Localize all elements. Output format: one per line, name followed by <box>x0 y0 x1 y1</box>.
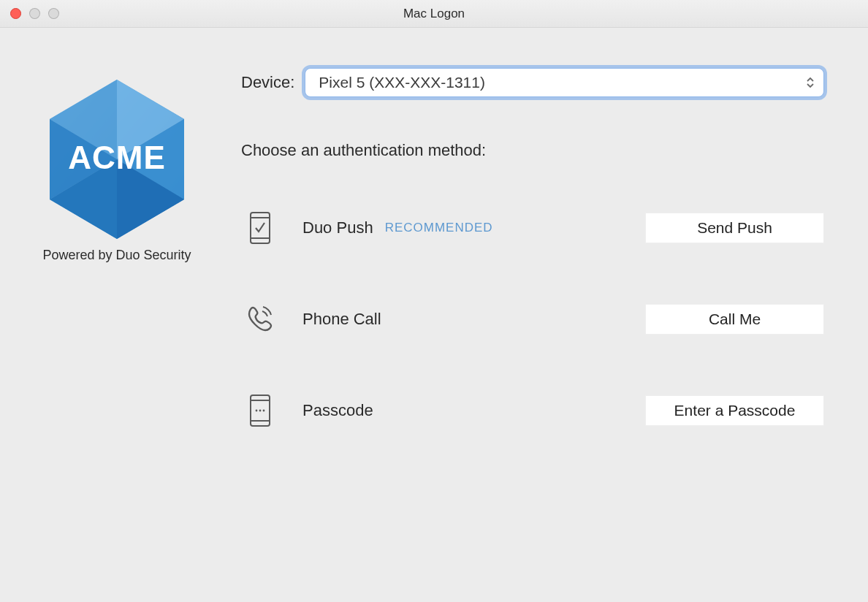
svg-text:ACME: ACME <box>68 140 166 175</box>
brand-column: ACME Powered by Duo Security <box>22 68 212 602</box>
enter-passcode-button[interactable]: Enter a Passcode <box>645 395 824 426</box>
device-label: Device: <box>241 73 294 92</box>
method-passcode-label: Passcode <box>302 401 373 420</box>
method-row-call: Phone Call Call Me <box>241 303 824 335</box>
logo-wrap: ACME Powered by Duo Security <box>42 75 191 263</box>
svg-point-15 <box>259 410 262 412</box>
recommended-badge: RECOMMENDED <box>385 221 493 235</box>
method-row-passcode: Passcode Enter a Passcode <box>241 394 824 427</box>
main-column: Device: Pixel 5 (XXX-XXX-1311) Choose an… <box>212 68 824 602</box>
acme-logo-icon: ACME <box>44 75 190 243</box>
svg-point-16 <box>263 410 265 412</box>
svg-point-14 <box>256 410 258 412</box>
window-title: Mac Logon <box>0 7 868 21</box>
brand-tagline: Powered by Duo Security <box>42 248 191 263</box>
device-row: Device: Pixel 5 (XXX-XXX-1311) <box>241 68 824 97</box>
push-phone-icon <box>241 211 279 245</box>
method-push-label: Duo Push <box>302 218 373 237</box>
method-call-label: Phone Call <box>302 310 381 329</box>
send-push-button[interactable]: Send Push <box>645 213 824 243</box>
titlebar: Mac Logon <box>0 0 868 28</box>
passcode-phone-icon <box>241 394 279 427</box>
content: ACME Powered by Duo Security Device: Pix… <box>0 28 868 602</box>
method-row-push: Duo Push RECOMMENDED Send Push <box>241 211 824 245</box>
device-selected-value: Pixel 5 (XXX-XXX-1311) <box>319 74 485 91</box>
device-select[interactable]: Pixel 5 (XXX-XXX-1311) <box>305 68 824 97</box>
select-arrows-icon <box>804 74 816 91</box>
phone-call-icon <box>241 303 279 335</box>
instruction-text: Choose an authentication method: <box>241 141 824 160</box>
call-me-button[interactable]: Call Me <box>645 304 824 335</box>
